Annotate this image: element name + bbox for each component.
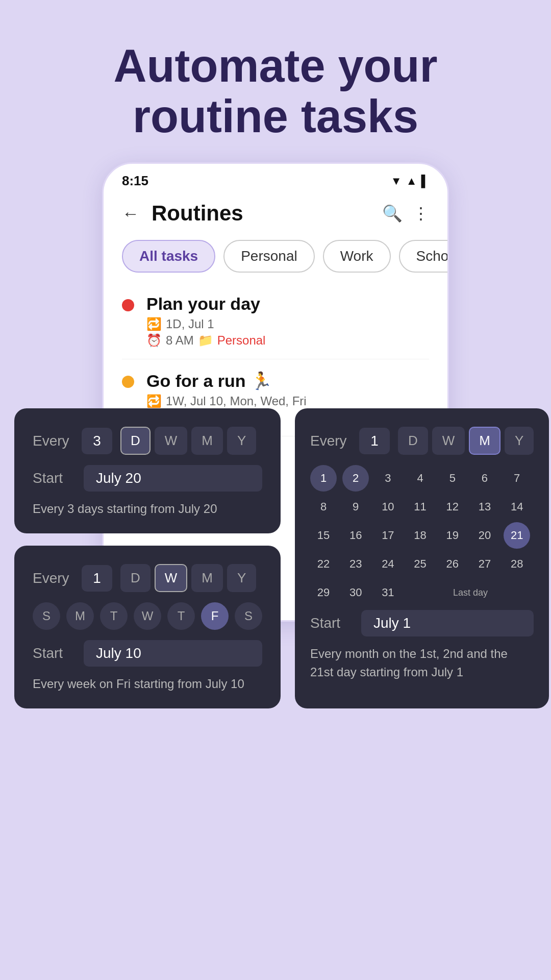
task-content: Plan your day 🔁 1D, Jul 1 ⏰ 8 AM 📁 Perso… — [146, 294, 265, 348]
repeat-icon: 🔁 — [146, 317, 162, 331]
cal-day-11[interactable]: 11 — [407, 494, 434, 520]
cal-day-27[interactable]: 27 — [471, 551, 498, 577]
every-label: Every — [33, 570, 73, 586]
cal-day-1[interactable]: 1 — [310, 465, 337, 492]
filter-tabs: All tasks Personal Work School H — [104, 234, 447, 283]
period-w[interactable]: W — [432, 427, 465, 455]
every-label: Every — [33, 433, 73, 449]
period-d[interactable]: D — [120, 564, 151, 592]
cal-day-2[interactable]: 2 — [342, 465, 369, 492]
tab-work[interactable]: Work — [323, 240, 391, 273]
summary-text: Every month on the 1st, 2nd and the 21st… — [310, 645, 534, 681]
left-cards: Every 3 D W M Y Start July 20 Every 3 da… — [14, 408, 281, 708]
more-options-icon[interactable]: ⋮ — [413, 204, 429, 223]
start-label: Start — [310, 615, 351, 631]
period-buttons: D W M Y — [398, 427, 534, 455]
cal-day-10[interactable]: 10 — [374, 494, 401, 520]
app-header: ← Routines 🔍 ⋮ — [104, 193, 447, 234]
task-item[interactable]: Plan your day 🔁 1D, Jul 1 ⏰ 8 AM 📁 Perso… — [122, 283, 429, 359]
cal-day-16[interactable]: 16 — [342, 522, 369, 549]
cal-day-9[interactable]: 9 — [342, 494, 369, 520]
card-every-week: Every 1 D W M Y S M T W T F S — [14, 546, 281, 708]
start-label: Start — [33, 470, 73, 486]
cal-day-31[interactable]: 31 — [374, 579, 401, 606]
back-button[interactable]: ← — [122, 204, 139, 224]
period-y[interactable]: Y — [227, 427, 256, 455]
start-label: Start — [33, 645, 73, 662]
period-y[interactable]: Y — [227, 564, 256, 592]
task-dot-red — [122, 299, 134, 311]
every-row: Every 1 D W M Y — [33, 564, 262, 592]
summary-text: Every week on Fri starting from July 10 — [33, 675, 262, 693]
calendar-grid: 1 2 3 4 5 6 7 8 9 10 11 12 13 14 15 16 1… — [310, 465, 534, 606]
cal-day-22[interactable]: 22 — [310, 551, 337, 577]
cal-day-7[interactable]: 7 — [504, 465, 530, 492]
weekdays-row: S M T W T F S — [33, 602, 262, 630]
repeat-icon: 🔁 — [146, 394, 162, 408]
cal-day-19[interactable]: 19 — [439, 522, 466, 549]
cal-day-15[interactable]: 15 — [310, 522, 337, 549]
wifi-icon: ▼ — [391, 175, 402, 188]
cal-day-8[interactable]: 8 — [310, 494, 337, 520]
task-category: ⏰ 8 AM 📁 Personal — [146, 333, 265, 348]
start-row: Start July 10 — [33, 640, 262, 667]
cal-day-17[interactable]: 17 — [374, 522, 401, 549]
period-m[interactable]: M — [191, 427, 223, 455]
start-value[interactable]: July 1 — [361, 610, 534, 636]
cal-day-4[interactable]: 4 — [407, 465, 434, 492]
period-w[interactable]: W — [155, 564, 188, 592]
status-bar: 8:15 ▼ ▲ ▌ — [104, 164, 447, 193]
cal-day-12[interactable]: 12 — [439, 494, 466, 520]
period-y[interactable]: Y — [505, 427, 534, 455]
period-d[interactable]: D — [120, 427, 151, 455]
cal-day-24[interactable]: 24 — [374, 551, 401, 577]
period-d[interactable]: D — [398, 427, 428, 455]
task-name: Go for a run 🏃 — [146, 371, 307, 391]
cal-day-14[interactable]: 14 — [504, 494, 530, 520]
signal-icon: ▲ — [406, 175, 417, 188]
clock: 8:15 — [122, 173, 148, 189]
every-row: Every 3 D W M Y — [33, 427, 262, 455]
every-num[interactable]: 1 — [82, 565, 112, 592]
day-m[interactable]: M — [66, 602, 94, 630]
day-f[interactable]: F — [201, 602, 229, 630]
start-row: Start July 1 — [310, 610, 534, 636]
header-actions: 🔍 ⋮ — [382, 204, 429, 223]
tab-all-tasks[interactable]: All tasks — [122, 240, 215, 273]
hero-title: Automate your routine tasks — [0, 0, 551, 162]
day-w[interactable]: W — [134, 602, 161, 630]
period-w[interactable]: W — [155, 427, 188, 455]
cal-day-18[interactable]: 18 — [407, 522, 434, 549]
cal-day-21[interactable]: 21 — [504, 522, 530, 549]
cal-day-6[interactable]: 6 — [471, 465, 498, 492]
every-num[interactable]: 3 — [82, 428, 112, 454]
cal-day-23[interactable]: 23 — [342, 551, 369, 577]
day-t1[interactable]: T — [100, 602, 128, 630]
day-s2[interactable]: S — [235, 602, 262, 630]
every-label: Every — [310, 433, 351, 449]
cal-last-day[interactable]: Last day — [407, 579, 534, 606]
cal-day-25[interactable]: 25 — [407, 551, 434, 577]
summary-text: Every 3 days starting from July 20 — [33, 500, 262, 518]
battery-icon: ▌ — [421, 175, 429, 188]
cal-day-28[interactable]: 28 — [504, 551, 530, 577]
search-icon[interactable]: 🔍 — [382, 204, 403, 223]
tab-school[interactable]: School — [399, 240, 447, 273]
task-repeat: 🔁 1D, Jul 1 — [146, 317, 265, 331]
start-value[interactable]: July 10 — [84, 640, 262, 667]
day-t2[interactable]: T — [167, 602, 195, 630]
cal-day-26[interactable]: 26 — [439, 551, 466, 577]
cal-day-20[interactable]: 20 — [471, 522, 498, 549]
period-m[interactable]: M — [469, 427, 500, 455]
every-row: Every 1 D W M Y — [310, 427, 534, 455]
start-value[interactable]: July 20 — [84, 465, 262, 492]
cal-day-3[interactable]: 3 — [374, 465, 401, 492]
cal-day-29[interactable]: 29 — [310, 579, 337, 606]
period-m[interactable]: M — [191, 564, 223, 592]
cal-day-30[interactable]: 30 — [342, 579, 369, 606]
cal-day-13[interactable]: 13 — [471, 494, 498, 520]
day-s1[interactable]: S — [33, 602, 60, 630]
cal-day-5[interactable]: 5 — [439, 465, 466, 492]
every-num[interactable]: 1 — [359, 428, 390, 454]
tab-personal[interactable]: Personal — [223, 240, 315, 273]
